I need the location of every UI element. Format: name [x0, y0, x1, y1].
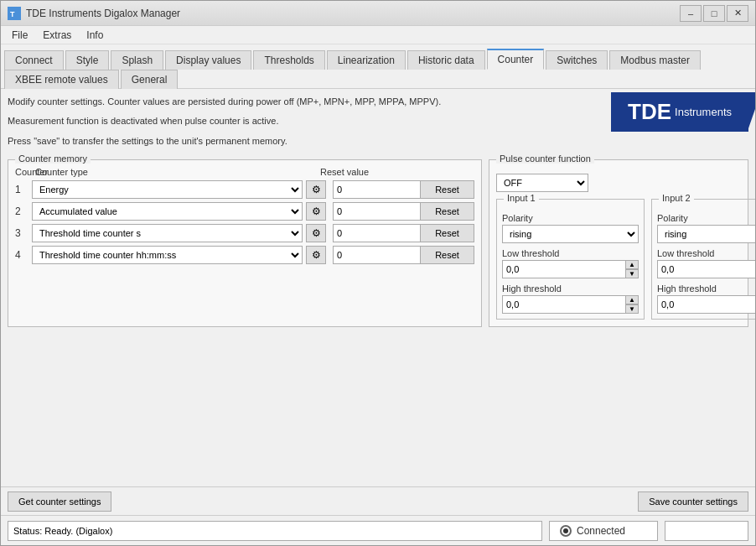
- menu-file[interactable]: File: [4, 27, 35, 44]
- input1-high-threshold-input[interactable]: [502, 295, 625, 314]
- tab-linearization[interactable]: Linearization: [327, 50, 406, 70]
- row-1-num: 1: [15, 184, 32, 195]
- tab-modbus-master[interactable]: Modbus master: [609, 50, 701, 70]
- close-button[interactable]: ✕: [727, 5, 748, 22]
- row-3-num: 3: [15, 227, 32, 239]
- counter-row-2: 2 Energy Accumulated value Threshold tim…: [15, 202, 474, 221]
- info-block: Modify counter settings. Counter values …: [8, 96, 441, 154]
- header-counter: Counter: [15, 167, 32, 177]
- row-1-reset-button[interactable]: Reset: [420, 180, 474, 199]
- header-reset-value: Reset value: [320, 167, 412, 177]
- input1-high-spin-down[interactable]: ▼: [625, 304, 639, 314]
- header-counter-type: Counter type: [35, 167, 290, 177]
- svg-text:T: T: [10, 10, 15, 18]
- tab-general[interactable]: General: [121, 70, 179, 89]
- counter-row-1: 1 Energy Accumulated value Threshold tim…: [15, 180, 474, 199]
- input2-low-threshold-input[interactable]: [657, 260, 755, 278]
- input2-high-threshold-label: High threshold: [657, 283, 755, 294]
- input1-low-spin-down[interactable]: ▼: [625, 269, 639, 278]
- input1-low-threshold-label: Low threshold: [502, 248, 639, 258]
- pulse-counter-panel: Pulse counter function OFF Single Dual I…: [489, 159, 748, 327]
- inputs-row: Input 1 Polarity rising falling Low thre…: [496, 199, 741, 320]
- header-area: Modify counter settings. Counter values …: [8, 96, 748, 154]
- input1-high-spin-buttons: ▲ ▼: [625, 295, 639, 314]
- counter-memory-panel: Counter memory Counter Counter type Rese…: [8, 159, 482, 327]
- menu-extras[interactable]: Extras: [35, 27, 79, 44]
- app-icon: T: [8, 7, 21, 20]
- row-3-type-select[interactable]: Energy Accumulated value Threshold time …: [32, 224, 303, 242]
- tab-splash[interactable]: Splash: [111, 50, 163, 70]
- row-2-num: 2: [15, 205, 32, 217]
- input2-polarity-label: Polarity: [657, 213, 755, 223]
- tab-counter[interactable]: Counter: [487, 49, 545, 70]
- input1-low-spin-up[interactable]: ▲: [625, 260, 639, 269]
- pulse-function-select[interactable]: OFF Single Dual: [496, 174, 588, 192]
- row-4-gear-button[interactable]: ⚙: [306, 246, 326, 264]
- input1-panel: Input 1 Polarity rising falling Low thre…: [496, 199, 645, 320]
- bottom-action-bar: Get counter settings Save counter settin…: [1, 486, 755, 515]
- minimize-button[interactable]: –: [680, 5, 702, 22]
- connected-radio-dot: [560, 525, 572, 537]
- input1-low-spin-buttons: ▲ ▼: [625, 260, 639, 278]
- tab-thresholds[interactable]: Thresholds: [253, 50, 324, 70]
- main-window: T TDE Instruments Digalox Manager – □ ✕ …: [0, 0, 756, 546]
- title-bar: T TDE Instruments Digalox Manager – □ ✕: [1, 1, 755, 26]
- input1-title: Input 1: [504, 193, 539, 203]
- menu-info[interactable]: Info: [79, 27, 111, 44]
- input1-polarity-select[interactable]: rising falling: [502, 225, 639, 243]
- status-bar: Status: Ready. (Digalox) Connected: [1, 515, 755, 545]
- row-2-reset-button[interactable]: Reset: [420, 202, 474, 221]
- save-counter-settings-button[interactable]: Save counter settings: [638, 491, 748, 512]
- row-1-spinbox: ▲ ▼: [333, 180, 417, 199]
- counter-row-4: 4 Energy Accumulated value Threshold tim…: [15, 246, 474, 264]
- row-4-spinbox: ▲ ▼: [333, 246, 417, 264]
- tab-connect[interactable]: Connect: [4, 50, 64, 70]
- tab-switches[interactable]: Switches: [546, 50, 608, 70]
- main-panels: Counter memory Counter Counter type Rese…: [8, 159, 748, 327]
- input2-polarity-select[interactable]: rising falling: [657, 225, 755, 243]
- info-line1: Modify counter settings. Counter values …: [8, 96, 441, 108]
- tab-display-values[interactable]: Display values: [165, 50, 251, 70]
- input1-low-threshold-spinbox: ▲ ▼: [502, 260, 639, 278]
- row-1-type-select[interactable]: Energy Accumulated value Threshold time …: [32, 180, 303, 199]
- row-1-gear-button[interactable]: ⚙: [306, 180, 326, 199]
- row-4-num: 4: [15, 249, 32, 261]
- row-3-reset-button[interactable]: Reset: [420, 224, 474, 242]
- tab-xbee[interactable]: XBEE remote values: [4, 70, 119, 89]
- row-4-reset-button[interactable]: Reset: [420, 246, 474, 264]
- header-settings-spacer: [290, 167, 313, 177]
- connected-indicator: Connected: [549, 521, 658, 541]
- input1-high-spin-up[interactable]: ▲: [625, 295, 639, 304]
- row-2-type-select[interactable]: Energy Accumulated value Threshold time …: [32, 202, 303, 221]
- status-text: Status: Ready. (Digalox): [13, 526, 112, 536]
- input2-title: Input 2: [659, 193, 694, 203]
- tab-historic-data[interactable]: Historic data: [407, 50, 485, 70]
- pulse-counter-title: Pulse counter function: [496, 153, 594, 164]
- input1-polarity-label: Polarity: [502, 213, 639, 223]
- tab-style[interactable]: Style: [65, 50, 110, 70]
- row-3-gear-button[interactable]: ⚙: [306, 224, 326, 242]
- info-line2: Measurement function is deactivated when…: [8, 115, 441, 127]
- counter-memory-title: Counter memory: [15, 153, 91, 164]
- counter-table-header: Counter Counter type Reset value: [15, 167, 474, 177]
- connected-label: Connected: [577, 525, 625, 537]
- get-counter-settings-button[interactable]: Get counter settings: [8, 491, 111, 512]
- input2-high-threshold-input[interactable]: [657, 295, 755, 314]
- row-2-gear-button[interactable]: ⚙: [306, 202, 326, 221]
- input2-low-threshold-label: Low threshold: [657, 248, 755, 258]
- maximize-button[interactable]: □: [703, 5, 725, 22]
- info-line3: Press "save" to transfer the settings to…: [8, 135, 441, 148]
- counter-row-3: 3 Energy Accumulated value Threshold tim…: [15, 224, 474, 242]
- row-3-spinbox: ▲ ▼: [333, 224, 417, 242]
- row-4-type-select[interactable]: Energy Accumulated value Threshold time …: [32, 246, 303, 264]
- window-title: TDE Instruments Digalox Manager: [26, 8, 680, 19]
- pulse-function-row: OFF Single Dual: [496, 174, 741, 192]
- input2-low-threshold-spinbox: ▲ ▼: [657, 260, 755, 278]
- input2-high-threshold-spinbox: ▲ ▼: [657, 295, 755, 314]
- input1-low-threshold-input[interactable]: [502, 260, 625, 278]
- content-area: Modify counter settings. Counter values …: [1, 89, 755, 486]
- instruments-text: Instruments: [675, 106, 732, 118]
- tde-logo: TDE Instruments: [611, 92, 748, 132]
- row-2-spinbox: ▲ ▼: [333, 202, 417, 221]
- status-right-box: [665, 521, 748, 541]
